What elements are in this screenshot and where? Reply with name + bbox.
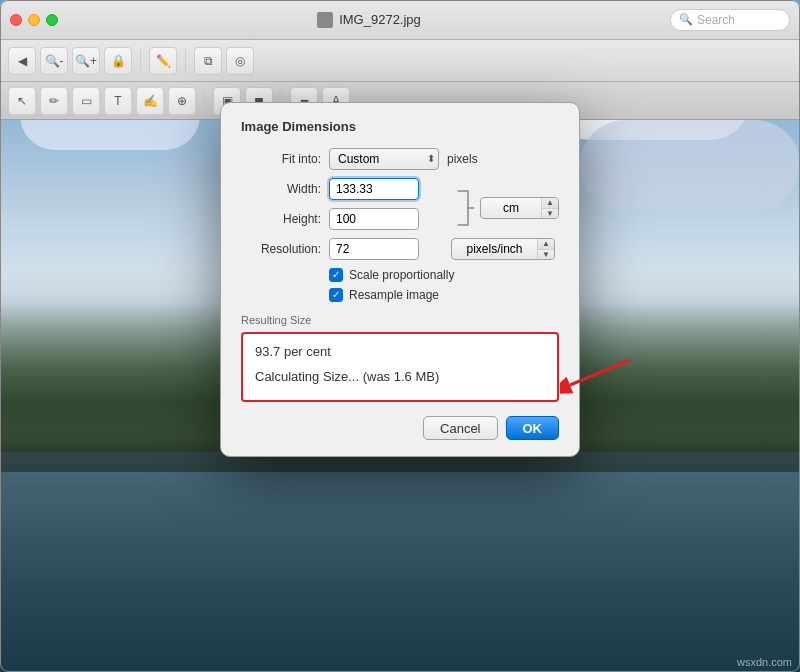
- ok-button[interactable]: OK: [506, 416, 560, 440]
- resulting-percent: 93.7 per cent: [255, 344, 545, 359]
- window-title: IMG_9272.jpg: [339, 12, 421, 27]
- scale-label: Scale proportionally: [349, 268, 454, 282]
- unit-stepper[interactable]: cm ▲ ▼: [480, 197, 559, 219]
- resolution-label: Resolution:: [241, 242, 321, 256]
- image-dimensions-dialog: Image Dimensions Fit into: Custom ⬍ pixe…: [220, 102, 580, 457]
- back-button[interactable]: ◀: [8, 47, 36, 75]
- image-icon: [317, 12, 333, 28]
- height-row: Height:: [241, 208, 448, 230]
- toolbar-1: ◀ 🔍- 🔍+ 🔒 ✏️ ⧉ ◎: [0, 40, 800, 82]
- resolution-arrows: ▲ ▼: [537, 238, 554, 260]
- fit-into-label: Fit into:: [241, 152, 321, 166]
- scale-checkbox[interactable]: [329, 268, 343, 282]
- dialog-buttons: Cancel OK: [241, 416, 559, 440]
- dimensions-fields: Width: Height:: [241, 178, 448, 238]
- link-bracket-icon: [454, 183, 474, 233]
- width-row: Width:: [241, 178, 448, 200]
- resulting-title: Resulting Size: [241, 314, 559, 326]
- resolution-unit-stepper[interactable]: pixels/inch ▲ ▼: [451, 238, 555, 260]
- markup-button[interactable]: ◎: [226, 47, 254, 75]
- resulting-size: Calculating Size... (was 1.6 MB): [255, 369, 545, 384]
- fit-into-select-wrapper: Custom ⬍: [329, 148, 439, 170]
- resolution-row: Resolution: pixels/inch ▲ ▼: [241, 238, 559, 260]
- fit-into-select[interactable]: Custom: [329, 148, 439, 170]
- resample-label: Resample image: [349, 288, 439, 302]
- unit-up-arrow[interactable]: ▲: [542, 197, 558, 209]
- pixels-label: pixels: [447, 152, 478, 166]
- dialog-container: Image Dimensions Fit into: Custom ⬍ pixe…: [220, 102, 580, 457]
- resolution-unit-value: pixels/inch: [452, 242, 537, 256]
- close-button[interactable]: [10, 14, 22, 26]
- height-label: Height:: [241, 212, 321, 226]
- resolution-input[interactable]: [329, 238, 419, 260]
- search-box[interactable]: 🔍 Search: [670, 9, 790, 31]
- unit-value: cm: [481, 201, 541, 215]
- resulting-box: 93.7 per cent Calculating Size... (was 1…: [241, 332, 559, 402]
- fullscreen-button[interactable]: [46, 14, 58, 26]
- zoom-in-button[interactable]: 🔍+: [72, 47, 100, 75]
- resample-checkbox[interactable]: [329, 288, 343, 302]
- resolution-up-arrow[interactable]: ▲: [538, 238, 554, 250]
- link-bracket-area: [454, 178, 474, 238]
- resample-row: Resample image: [329, 288, 559, 302]
- unit-arrows: ▲ ▼: [541, 197, 558, 219]
- traffic-lights: [10, 14, 58, 26]
- fit-into-row: Fit into: Custom ⬍ pixels: [241, 148, 559, 170]
- title-right: 🔍 Search: [670, 9, 790, 31]
- resulting-section: Resulting Size 93.7 per cent Calculating…: [241, 314, 559, 402]
- dimensions-group: Width: Height:: [241, 178, 559, 238]
- separator-2: [185, 49, 186, 73]
- title-bar: IMG_9272.jpg 🔍 Search: [0, 0, 800, 40]
- lock-button[interactable]: 🔒: [104, 47, 132, 75]
- title-center: IMG_9272.jpg: [68, 12, 670, 28]
- width-label: Width:: [241, 182, 321, 196]
- resolution-down-arrow[interactable]: ▼: [538, 250, 554, 261]
- duplicate-button[interactable]: ⧉: [194, 47, 222, 75]
- minimize-button[interactable]: [28, 14, 40, 26]
- search-placeholder: Search: [697, 13, 735, 27]
- pen-button[interactable]: ✏️: [149, 47, 177, 75]
- height-input[interactable]: [329, 208, 419, 230]
- separator-1: [140, 49, 141, 73]
- zoom-out-button[interactable]: 🔍-: [40, 47, 68, 75]
- dialog-overlay: Image Dimensions Fit into: Custom ⬍ pixe…: [0, 82, 800, 672]
- cancel-button[interactable]: Cancel: [423, 416, 497, 440]
- unit-area: cm ▲ ▼: [480, 178, 559, 238]
- unit-down-arrow[interactable]: ▼: [542, 209, 558, 220]
- scale-row: Scale proportionally: [329, 268, 559, 282]
- dialog-title: Image Dimensions: [241, 119, 559, 134]
- width-input[interactable]: [329, 178, 419, 200]
